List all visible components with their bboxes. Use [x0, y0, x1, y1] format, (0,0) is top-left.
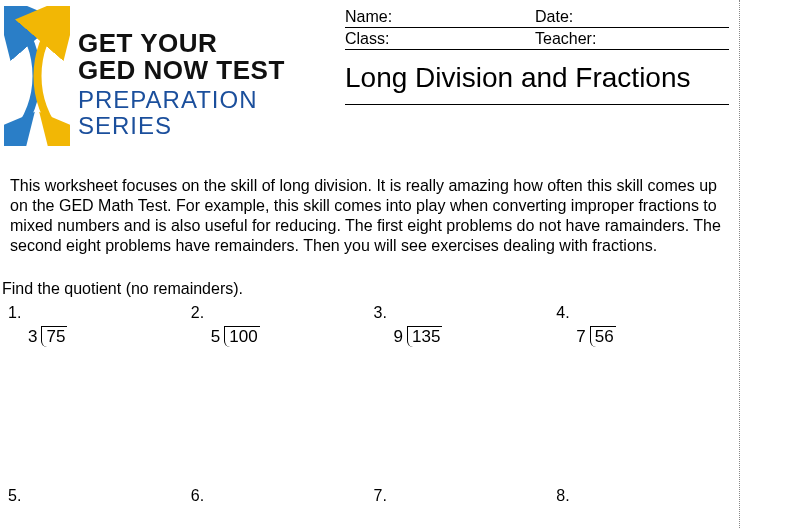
long-division: 7 56: [576, 326, 615, 347]
name-label: Name:: [345, 8, 535, 26]
problem-1: 1. 3 75: [8, 304, 191, 347]
worksheet-page: GET YOUR GED NOW TEST PREPARATION SERIES…: [0, 0, 740, 528]
info-block: Name: Date: Class: Teacher: Long Divisio…: [345, 6, 739, 105]
divisor: 9: [394, 327, 407, 347]
problem-number: 7.: [374, 487, 547, 505]
long-division: 3 75: [28, 326, 67, 347]
logo-block: GET YOUR GED NOW TEST PREPARATION SERIES: [0, 6, 345, 146]
problem-7: 7.: [374, 487, 557, 505]
problem-number: 4.: [556, 304, 729, 322]
problem-number: 6.: [191, 487, 364, 505]
problem-3: 3. 9 135: [374, 304, 557, 347]
problem-number: 1.: [8, 304, 181, 322]
divisor: 3: [28, 327, 41, 347]
header: GET YOUR GED NOW TEST PREPARATION SERIES…: [0, 6, 739, 146]
problem-2: 2. 5 100: [191, 304, 374, 347]
worksheet-title: Long Division and Fractions: [345, 62, 729, 105]
info-row-class-teacher: Class: Teacher:: [345, 28, 729, 50]
divisor: 7: [576, 327, 589, 347]
date-label: Date:: [535, 8, 729, 26]
teacher-label: Teacher:: [535, 30, 729, 48]
section-1-label: Find the quotient (no remainders).: [2, 280, 739, 298]
logo-line-1: GET YOUR: [78, 30, 345, 57]
dividend: 100: [224, 326, 259, 347]
logo-line-3: PREPARATION SERIES: [78, 87, 345, 140]
logo-line-2: GED NOW TEST: [78, 57, 345, 84]
info-row-name-date: Name: Date:: [345, 6, 729, 28]
divisor: 5: [211, 327, 224, 347]
problem-5: 5.: [8, 487, 191, 505]
logo-text: GET YOUR GED NOW TEST PREPARATION SERIES: [78, 30, 345, 139]
problem-8: 8.: [556, 487, 739, 505]
problem-number: 2.: [191, 304, 364, 322]
problem-4: 4. 7 56: [556, 304, 739, 347]
long-division: 5 100: [211, 326, 260, 347]
problem-number: 3.: [374, 304, 547, 322]
logo-arrows-icon: [4, 6, 70, 146]
intro-paragraph: This worksheet focuses on the skill of l…: [10, 176, 725, 256]
class-label: Class:: [345, 30, 535, 48]
problem-number: 8.: [556, 487, 729, 505]
long-division: 9 135: [394, 326, 443, 347]
problem-number: 5.: [8, 487, 181, 505]
dividend: 75: [41, 326, 67, 347]
problems-grid: 1. 3 75 2. 5 100 3. 9 135 4. 7 56: [0, 304, 739, 528]
problem-6: 6.: [191, 487, 374, 505]
dividend: 135: [407, 326, 442, 347]
dividend: 56: [590, 326, 616, 347]
